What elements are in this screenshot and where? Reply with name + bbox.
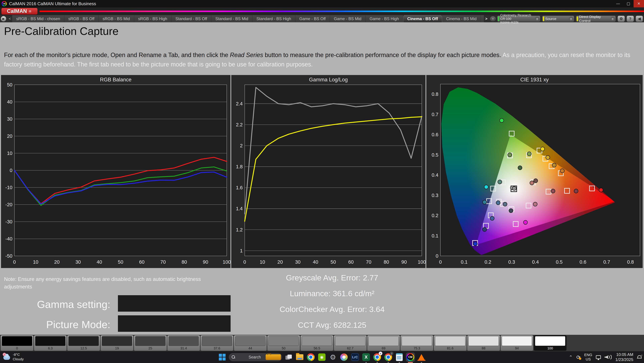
grayscale-patch-50[interactable]: 50 <box>267 335 300 351</box>
gamma-setting-input[interactable] <box>118 295 231 312</box>
rainbow-divider <box>40 11 644 12</box>
tab-game-bs-off[interactable]: Game - BS Off <box>295 15 330 22</box>
excel-button[interactable]: X <box>362 352 371 362</box>
meter-dropdown[interactable]: Colorimetry Research CR-100 inzone-m10s … <box>497 16 540 22</box>
grayscale-patch-37.6[interactable]: 37.6 <box>200 335 233 351</box>
svg-text:10: 10 <box>7 151 12 156</box>
nvidia-button[interactable]: ◉ <box>317 352 326 362</box>
patch-label: 37.6 <box>200 346 233 350</box>
start-button[interactable] <box>218 352 227 362</box>
patch-color <box>535 336 565 346</box>
titlebar: CM CalMAN 2016 CalMAN Ultimate for Busin… <box>0 0 644 8</box>
workflow-play-button[interactable]: ▶ <box>1 16 6 22</box>
patch-label: 44 <box>234 346 267 350</box>
tab-cinema-bs-mid[interactable]: Cinema - BS Mid <box>442 15 481 22</box>
patch-color <box>402 336 432 346</box>
display-control-dropdown[interactable]: Direct Display Control ▼ <box>576 16 616 22</box>
tab-scroll-left-icon[interactable]: < <box>9 17 11 21</box>
tab-cinema-bs-high[interactable]: Cinema - BS High <box>481 15 484 22</box>
minimize-button[interactable]: — <box>613 0 623 8</box>
tab-srgb-bs-mid-chosen[interactable]: sRGB - BS Mid - chosen <box>12 15 64 22</box>
weather-widget[interactable]: 1 -8°C Cloudy <box>3 352 24 361</box>
notepad-button[interactable] <box>395 352 404 362</box>
patch-color <box>302 336 332 346</box>
tab-srgb-bs-mid[interactable]: sRGB - BS Mid <box>98 15 134 22</box>
patch-label: 6.3 <box>34 346 67 350</box>
taskbar-search[interactable]: Search <box>229 353 282 361</box>
calman-taskbar-button[interactable]: CM <box>406 352 415 362</box>
charts-row: RGB Balance -50-40-30-20-100102030405001… <box>0 75 644 268</box>
settings-gear-button[interactable]: ⚙ <box>618 16 625 22</box>
svg-text:0: 0 <box>13 259 16 265</box>
picture-mode-input[interactable] <box>118 315 231 332</box>
svg-text:0.6: 0.6 <box>432 132 438 137</box>
add-tab-button[interactable]: + <box>490 16 496 21</box>
grayscale-patch-100[interactable]: 100 <box>534 335 566 351</box>
tab-standard-bs-off[interactable]: Standard - BS Off <box>172 15 211 22</box>
patch-color <box>68 336 99 346</box>
source-dropdown[interactable]: Source ▼ <box>542 16 574 22</box>
grayscale-patch-88[interactable]: 88 <box>467 335 500 351</box>
tab-game-bs-mid[interactable]: Game - BS Mid <box>330 15 366 22</box>
grayscale-patch-6.3[interactable]: 6.3 <box>34 335 67 351</box>
patch-color <box>35 336 66 346</box>
lightroom-button[interactable]: LrC <box>350 352 360 362</box>
chrome-icon <box>307 353 314 361</box>
notification-bell-icon[interactable]: z <box>637 355 642 359</box>
svg-text:10: 10 <box>33 259 38 265</box>
task-view-button[interactable] <box>284 352 293 362</box>
chrome-profile-button[interactable]: ● <box>373 352 382 362</box>
grayscale-patch-19[interactable]: 19 <box>100 335 133 351</box>
svg-text:30: 30 <box>76 259 81 265</box>
tab-game-bs-high[interactable]: Game - BS High <box>366 15 403 22</box>
language-switcher[interactable]: ENG US <box>584 353 592 362</box>
chrome-button[interactable] <box>306 352 315 362</box>
calman-menu-button[interactable]: CalMAN ▼ <box>1 8 38 15</box>
tray-overflow-chevron[interactable]: ⌃ <box>569 354 573 360</box>
collapse-panel-button[interactable]: ◀ <box>636 16 643 22</box>
tab-standard-bs-high[interactable]: Standard - BS High <box>252 15 295 22</box>
settings-button[interactable]: ⚙ <box>328 352 338 362</box>
maximize-button[interactable]: ▢ <box>623 0 634 8</box>
grayscale-patch-0[interactable]: 0 <box>1 335 33 351</box>
tab-cinema-bs-off[interactable]: Cinema - BS Off <box>403 15 442 22</box>
tab-srgb-bs-off[interactable]: sRGB - BS Off <box>64 15 98 22</box>
grayscale-patch-81.6[interactable]: 81.6 <box>434 335 466 351</box>
cloud-icon: 1 <box>3 353 11 360</box>
svg-text:0.7: 0.7 <box>604 259 610 265</box>
speaker-icon[interactable] <box>604 355 612 359</box>
help-button[interactable]: ? <box>626 16 634 22</box>
tab-srgb-bs-high[interactable]: sRGB - BS High <box>134 15 172 22</box>
paint-button[interactable] <box>340 352 348 362</box>
svg-text:1.8: 1.8 <box>236 164 243 169</box>
grayscale-patch-56.5[interactable]: 56.5 <box>300 335 333 351</box>
vlc-button[interactable] <box>417 352 426 362</box>
display-icon[interactable] <box>596 355 601 359</box>
file-explorer-button[interactable] <box>295 352 304 362</box>
patch-color <box>335 336 366 346</box>
grayscale-patch-25[interactable]: 25 <box>134 335 167 351</box>
calman-window: CM CalMAN 2016 CalMAN Ultimate for Busin… <box>0 0 644 363</box>
svg-text:40: 40 <box>96 259 102 265</box>
patch-label: 88 <box>467 346 500 350</box>
svg-text:20: 20 <box>54 259 60 265</box>
chart-title: Gamma Log/Log <box>231 77 426 83</box>
close-button[interactable]: ✕ <box>634 0 644 8</box>
grayscale-patch-62.7[interactable]: 62.7 <box>334 335 366 351</box>
tab-scroll-right-icon[interactable]: > <box>485 17 487 21</box>
running-indicator <box>399 362 400 363</box>
grayscale-patch-75.3[interactable]: 75.3 <box>400 335 433 351</box>
grayscale-patch-69[interactable]: 69 <box>367 335 400 351</box>
sync-icon[interactable]: ⟳ <box>576 354 580 360</box>
grayscale-patch-12.5[interactable]: 12.5 <box>67 335 100 351</box>
clock[interactable]: 10:05 AM 1/23/2025 <box>615 352 633 362</box>
tab-standard-bs-mid[interactable]: Standard - BS Mid <box>211 15 252 22</box>
chrome-profile-j-button[interactable]: J <box>384 352 393 362</box>
grayscale-patch-44[interactable]: 44 <box>234 335 267 351</box>
grayscale-patch-94[interactable]: 94 <box>500 335 533 351</box>
read-series-emphasis: Read Series <box>230 52 263 58</box>
patch-color <box>135 336 166 346</box>
grayscale-patch-31.4[interactable]: 31.4 <box>167 335 200 351</box>
logo-bar: CalMAN ▼ <box>0 8 644 15</box>
svg-text:0.2: 0.2 <box>432 213 438 218</box>
